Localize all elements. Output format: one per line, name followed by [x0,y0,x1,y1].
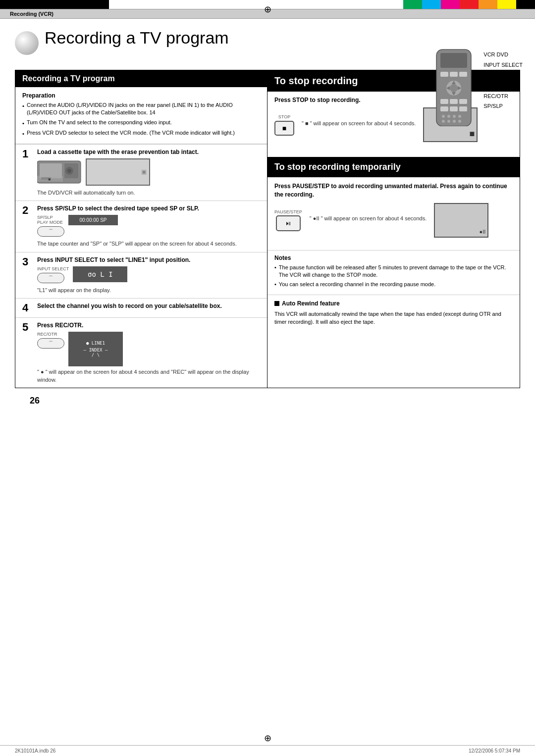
svg-rect-4 [459,72,467,77]
svg-point-30 [67,169,71,173]
note-text-1: The pause function will be released afte… [279,264,513,279]
svg-rect-1 [440,53,467,68]
step-3-body: "L1" will appear on the display. [37,287,260,294]
step-3-screen: σo L I [73,266,127,282]
top-bar-colors [403,0,535,9]
left-section-header: Recording a TV program [15,70,267,87]
remote-control-area: VCR DVD INPUT SELECT STOP PAUSE/STEP REC… [431,47,523,126]
step-3-button: ⌒ [37,273,64,283]
left-column: Recording a TV program Preparation • Con… [15,70,268,388]
svg-rect-11 [440,99,448,104]
pause-btn-label: PAUSE/STEP [274,209,302,214]
note-dot-2: • [274,281,276,288]
remote-label-rec: REC/OTR [483,91,523,101]
step-5-visual: REC/OTR ⌒ ● LINE1 — INDEX — / \ [37,332,260,366]
svg-point-20 [458,115,461,118]
stop-btn-label: STOP [278,114,290,119]
black-square-icon [274,301,279,306]
notes-title: Notes [274,254,513,261]
step-1: 1 Load a cassette tape with the erase pr… [15,144,267,201]
stop-button-area: STOP ■ [274,114,294,136]
main-content: Recording a TV program [0,19,535,423]
step-5-btn-area: REC/OTR ⌒ [37,332,64,350]
color-cyan [422,0,441,9]
stop-recording-heading: To stop recording [274,75,358,86]
step-1-title: Load a cassette tape with the erase prev… [37,149,260,155]
color-red [460,0,479,9]
top-bar-black [0,0,109,9]
step-1-display-text: ▣ [141,168,147,175]
svg-point-23 [453,120,456,123]
step-2-btn-label: SP/SLPPLAY MODE [37,215,64,225]
bullet-dot-2: • [22,119,24,127]
bullet-text-3: Press VCR DVD selector to select the VCR… [27,129,235,138]
color-orange [479,0,497,9]
note-text-2: You can select a recording channel in th… [279,281,435,288]
stop-screen-symbol: ■ [469,129,475,139]
step-3-content: Press INPUT SELECT to select "LINE1" inp… [37,256,260,294]
pause-btn-icon: ⏯ [276,215,301,231]
note-dot-1: • [274,264,276,279]
step-2-display-text: 00:00:00 SP [79,217,107,223]
svg-rect-14 [440,106,448,111]
step-5: 5 Press REC/OTR. REC/OTR ⌒ ● LINE1 — IND… [15,317,267,388]
step-2-title: Press SP/SLP to select the desired tape … [37,205,260,212]
note-1: • The pause function will be released af… [274,264,513,279]
pause-screen-symbol: ●II [480,229,486,235]
svg-point-22 [447,120,450,123]
step-5-btn-label: REC/OTR [37,332,64,337]
svg-rect-15 [450,106,458,111]
vcr-device-svg: ▣ [37,158,82,186]
step-5-screen: ● LINE1 — INDEX — / \ [68,332,123,366]
step-1-visual: ▣ ▣ [37,158,260,187]
pause-appear-area: " ●II " will appear on screen for about … [310,215,427,225]
stop-temp-section: Press PAUSE/STEP to avoid recording unwa… [268,177,520,248]
remote-labels: VCR DVD INPUT SELECT STOP PAUSE/STEP REC… [483,50,523,111]
pause-appear-text: " ●II " will appear on screen for about … [310,215,427,222]
bullet-dot-3: • [22,130,24,138]
preparation-section: Preparation • Connect the AUDIO (L/R)/VI… [15,87,267,144]
step-3-btn-area: INPUT SELECT ⌒ [37,266,69,285]
step-4: 4 Select the channel you wish to record … [15,298,267,317]
section-label: Recording (VCR) [10,11,54,17]
step-3-title: Press INPUT SELECT to select "LINE1" inp… [37,256,260,263]
remote-label-vcr-dvd: VCR DVD [483,50,523,60]
bottom-bar: 2K10101A.indb 26 12/22/2006 5:07:34 PM [0,745,535,756]
step-5-button: ⌒ [37,338,64,349]
step-1-display: ▣ [86,158,150,186]
color-green [403,0,422,9]
step-4-content: Select the channel you wish to record on… [37,302,260,312]
left-heading: Recording a TV program [22,74,115,83]
svg-point-19 [453,115,456,118]
auto-rewind-section: Auto Rewind feature This VCR will automa… [268,295,520,330]
notes-section: Notes • The pause function will be relea… [268,250,520,295]
auto-rewind-heading: Auto Rewind feature [282,299,340,308]
svg-point-21 [442,120,445,123]
pause-row: PAUSE/STEP ⏯ " ●II " will appear on scre… [274,203,513,238]
step-number-4: 4 [22,302,33,313]
step-2-display: 00:00:00 SP [68,215,118,225]
press-pause-title: Press PAUSE/STEP to avoid recording unwa… [274,182,513,199]
remote-svg [431,47,476,126]
page-number: 26 [15,388,520,408]
step-number-5: 5 [22,322,33,333]
step-2-content: Press SP/SLP to select the desired tape … [37,205,260,248]
auto-rewind-body: This VCR will automatically rewind the t… [274,310,513,326]
step-3: 3 Press INPUT SELECT to select "LINE1" i… [15,252,267,298]
svg-rect-3 [450,72,458,77]
remote-label-sp: SP/SLP [483,101,523,111]
svg-rect-2 [440,72,448,77]
remote-label-input-select: INPUT SELECT [483,60,523,70]
step-5-title: Press REC/OTR. [37,322,260,329]
step-number-2: 2 [22,205,33,216]
svg-rect-12 [450,99,458,104]
svg-point-10 [450,84,458,92]
prep-title: Preparation [22,92,260,99]
step-1-content: Load a cassette tape with the erase prev… [37,149,260,197]
step-3-display-text: σo L I [88,270,113,278]
step-3-display: σo L I [73,266,127,282]
color-black2 [516,0,535,9]
svg-point-18 [447,115,450,118]
bullet-text-2: Turn ON the TV and select to the corresp… [27,119,172,127]
bullet-2: • Turn ON the TV and select to the corre… [22,119,260,127]
